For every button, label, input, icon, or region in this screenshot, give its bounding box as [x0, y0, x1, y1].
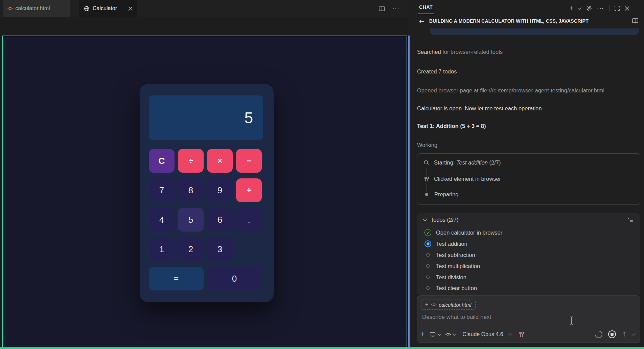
- todo-item[interactable]: Test division: [424, 274, 466, 281]
- chat-step-opened-page: Opened browser page at file:///c:/temp/b…: [417, 87, 641, 94]
- chat-tab-underline: [418, 14, 434, 14]
- working-step-label: Starting: Test addition (2/7): [434, 159, 501, 166]
- assistant-text: Calculator is open. Now let me test each…: [417, 105, 641, 112]
- calc-add-button[interactable]: +: [236, 178, 262, 202]
- todo-item[interactable]: Test clear button: [424, 285, 477, 291]
- new-chat-button[interactable]: +: [569, 4, 573, 12]
- tab-calculator-html[interactable]: <> calculator.html: [3, 0, 70, 17]
- todo-item[interactable]: Test subtraction: [424, 252, 475, 258]
- model-picker[interactable]: Claude Opus 4.6: [462, 331, 503, 337]
- calc-decimal-button[interactable]: .: [236, 208, 262, 232]
- calc-digit-0[interactable]: 0: [207, 267, 262, 290]
- tab-label: calculator.html: [15, 5, 50, 12]
- calc-digit-8[interactable]: 8: [178, 178, 204, 202]
- chevron-down-icon[interactable]: [508, 332, 512, 335]
- more-actions-icon[interactable]: ···: [392, 5, 399, 12]
- todo-item[interactable]: Test multiplication: [424, 263, 480, 269]
- browser-viewport: 5 C ÷ × − 7 8 9 + 4 5 6 . 1 2 3: [2, 36, 407, 348]
- working-label: Working: [417, 142, 641, 148]
- chevron-down-icon: [453, 332, 456, 335]
- mcp-tools-icon[interactable]: [518, 331, 525, 337]
- chat-step-searched: Searched for browser-related tools: [417, 49, 641, 55]
- screen-share-icon[interactable]: [430, 332, 441, 337]
- chat-input-card: + </> calculator.html Describe what to b…: [417, 296, 640, 343]
- calc-subtract-button[interactable]: −: [236, 149, 262, 173]
- ibeam-cursor: [569, 316, 574, 325]
- chat-input[interactable]: Describe what to build next: [422, 314, 491, 321]
- split-editor-icon[interactable]: [379, 6, 385, 12]
- editor-tab-bar: <> calculator.html Calculator: [0, 0, 408, 17]
- tab-label: Calculator: [93, 5, 117, 12]
- pending-dot-icon: [425, 193, 428, 196]
- attach-plus-button[interactable]: +: [421, 330, 425, 338]
- screen-share-border: [0, 347, 644, 349]
- todo-pending-icon: [424, 285, 431, 291]
- calc-digit-1[interactable]: 1: [149, 237, 175, 261]
- todo-label: Test clear button: [436, 285, 477, 291]
- todo-pending-icon: [424, 274, 431, 281]
- back-to-chats-icon[interactable]: ←: [419, 17, 424, 25]
- chat-panel: CHAT + ··· ← BUILDING A MODERN C: [410, 0, 644, 349]
- todos-header-label: Todos (2/7): [431, 217, 459, 223]
- assistant-text-test1: Test 1: Addition (5 + 3 = 8): [417, 123, 641, 129]
- chevron-down-icon: [423, 217, 427, 221]
- working-steps-box: Starting: Test addition (2/7) Clicked el…: [417, 153, 640, 205]
- open-in-editor-icon[interactable]: [632, 18, 638, 23]
- more-chat-actions-icon[interactable]: ···: [597, 5, 604, 12]
- html-file-icon: <>: [7, 6, 12, 11]
- calc-digit-5[interactable]: 5: [178, 208, 204, 232]
- gear-icon[interactable]: [586, 5, 592, 11]
- chat-thread-header: ← BUILDING A MODERN CALCULATOR WITH HTML…: [410, 16, 644, 28]
- calc-digit-9[interactable]: 9: [207, 178, 233, 202]
- send-button[interactable]: ↑: [622, 331, 627, 338]
- todo-list-icon[interactable]: [627, 217, 634, 223]
- close-tab-icon[interactable]: [128, 6, 133, 11]
- add-context-icon: +: [425, 302, 428, 308]
- todo-label: Test addition: [436, 241, 467, 247]
- todo-label: Test subtraction: [436, 252, 475, 258]
- working-step-label: Clicked element in browser: [434, 176, 501, 182]
- todo-in-progress-icon: [424, 240, 431, 247]
- step-connector: [427, 168, 427, 176]
- todo-label: Test multiplication: [436, 263, 480, 269]
- new-chat-dropdown-icon[interactable]: [578, 6, 581, 9]
- editor-panel: <> calculator.html Calculator: [0, 0, 408, 349]
- step-connector: [427, 184, 427, 192]
- close-panel-icon[interactable]: [625, 6, 629, 11]
- html-file-icon: </>: [431, 302, 436, 307]
- todo-label: Test division: [436, 274, 466, 281]
- calc-equals-button[interactable]: =: [149, 267, 204, 290]
- tools-icon: [423, 176, 430, 182]
- calc-multiply-button[interactable]: ×: [207, 149, 233, 173]
- calc-clear-button[interactable]: C: [149, 149, 175, 173]
- calc-digit-6[interactable]: 6: [207, 208, 233, 232]
- user-message-bubble-clipped: [430, 28, 639, 35]
- calc-divide-button[interactable]: ÷: [178, 149, 204, 173]
- send-options-icon[interactable]: [632, 332, 636, 335]
- thread-title: BUILDING A MODERN CALCULATOR WITH HTML, …: [429, 18, 589, 24]
- todo-item[interactable]: Test addition: [424, 240, 467, 247]
- todo-done-icon: [424, 229, 431, 236]
- stop-button[interactable]: [608, 330, 616, 338]
- calc-digit-7[interactable]: 7: [149, 178, 175, 202]
- todo-label: Open calculator in browser: [436, 230, 502, 236]
- calculator-keypad: C ÷ × − 7 8 9 + 4 5 6 . 1 2 3 = 0: [149, 149, 262, 290]
- chevron-down-icon: [437, 332, 441, 335]
- attachment-chip[interactable]: + </> calculator.html: [421, 300, 476, 310]
- attachment-name: calculator.html: [439, 302, 471, 308]
- todos-card: Todos (2/7) Open calculator in browser T…: [417, 213, 640, 296]
- calc-digit-4[interactable]: 4: [149, 208, 175, 232]
- todo-item[interactable]: Open calculator in browser: [424, 229, 502, 236]
- calc-digit-2[interactable]: 2: [178, 237, 204, 261]
- agent-mode-icon[interactable]: </>: [445, 332, 456, 337]
- maximize-panel-icon[interactable]: [615, 6, 620, 11]
- calculator-card: 5 C ÷ × − 7 8 9 + 4 5 6 . 1 2 3: [140, 84, 274, 302]
- todos-header[interactable]: Todos (2/7): [424, 217, 459, 223]
- tab-calculator-browser[interactable]: Calculator: [79, 0, 137, 17]
- calculator-display: 5: [149, 95, 263, 140]
- chat-step-created-todos: Created 7 todos: [417, 68, 641, 75]
- globe-icon: [84, 6, 90, 12]
- todo-pending-icon: [424, 263, 431, 269]
- working-step-label: Preparing: [434, 191, 459, 198]
- calc-digit-3[interactable]: 3: [207, 237, 233, 261]
